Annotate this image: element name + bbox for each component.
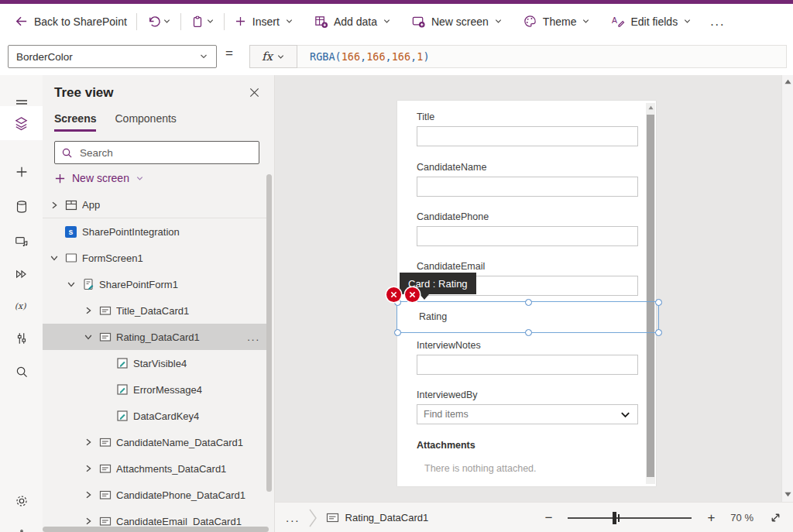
tree-item-SharePointIntegration[interactable]: sSharePointIntegration [43,218,269,245]
tree-item-DataCardKey4[interactable]: DataCardKey4 [43,403,269,429]
canvas-vertical-scrollbar[interactable] [781,75,793,502]
datacard-icon [98,515,112,528]
tree-item-Rating_DataCard1[interactable]: Rating_DataCard1... [43,324,269,350]
theme-button[interactable]: Theme [523,14,591,29]
chevron-down-icon[interactable] [83,331,94,342]
canvas-area[interactable]: TitleCandidateNameCandidatePhoneCandidat… [275,75,793,502]
error-badge-icon[interactable] [386,287,401,302]
field-label-CandidateName: CandidateName [417,162,486,173]
chevron-right-icon[interactable] [83,305,94,316]
tree-item-App[interactable]: App [43,192,269,218]
zoom-slider-track[interactable] [568,517,692,519]
chevron-right-icon[interactable] [83,463,94,474]
field-input-CandidateName[interactable] [417,177,638,197]
resize-handle-bottom-center[interactable] [525,329,532,336]
tree-item-Title_DataCard1[interactable]: Title_DataCard1 [43,297,269,324]
undo-button[interactable] [146,14,161,29]
combobox-placeholder: Find items [424,409,469,420]
svg-text:(x): (x) [14,301,26,311]
tree-item-FormScreen1[interactable]: FormScreen1 [43,245,269,271]
tab-screens[interactable]: Screens [54,112,96,132]
field-label-CandidateEmail: CandidateEmail [417,261,485,272]
resize-handle-top-right[interactable] [655,299,662,306]
close-icon[interactable] [249,87,260,98]
new-screen-button[interactable]: New screen [411,14,503,29]
formula-token: , [386,50,392,63]
form-scrollbar-thumb[interactable] [647,115,654,477]
zoom-slider-thumb[interactable] [613,512,616,524]
edit-fields-button[interactable]: A Edit fields [610,14,692,29]
field-label-InterviewedBy: InterviewedBy [417,390,478,400]
chevron-right-icon[interactable] [83,437,94,448]
paste-dropdown-chevron[interactable] [206,17,215,26]
paste-button[interactable] [191,15,204,29]
field-input-CandidatePhone[interactable] [417,226,638,246]
resize-handle-bottom-left[interactable] [394,329,401,336]
chevron-right-icon[interactable] [83,516,94,527]
chevron-placeholder [49,226,60,237]
rail-media-button[interactable] [0,225,43,259]
panel-title: Tree view [54,85,114,101]
rail-search-rail-button[interactable] [0,355,43,389]
rail-tree-view-button[interactable] [0,106,43,140]
add-data-button[interactable]: Add data [314,14,391,29]
chevron-down-icon[interactable] [49,252,60,263]
search-input[interactable] [78,146,252,160]
zoom-slider[interactable] [568,512,692,524]
insert-button[interactable]: Insert [234,15,294,28]
tree-item-label: Rating_DataCard1 [116,331,200,343]
resize-handle-bottom-right[interactable] [655,329,662,336]
field-input-InterviewNotes[interactable] [417,355,638,375]
tree-item-CandidateName_DataCard1[interactable]: CandidateName_DataCard1 [43,429,269,455]
insert-chevron-icon [285,17,294,26]
chevron-right-icon[interactable] [49,200,60,211]
zoom-out-button[interactable]: − [544,511,552,524]
tree-item-ErrorMessage4[interactable]: ErrorMessage4 [43,376,269,403]
toolbar-overflow-button[interactable]: ... [710,15,725,29]
chevron-down-icon[interactable] [66,279,77,290]
canvas-footer: ... Rating_DataCard1 − + 70 % [275,502,793,532]
undo-dropdown-chevron[interactable] [163,17,171,26]
fullscreen-icon[interactable] [769,511,782,524]
rail-variables-button[interactable]: (x) [0,289,43,323]
back-button[interactable]: Back to SharePoint [14,14,127,29]
datacard-icon [98,436,112,449]
rail-settings-button[interactable] [0,484,43,518]
tree-item-label: DataCardKey4 [133,410,199,422]
resize-handle-top-center[interactable] [525,299,532,306]
tree-vertical-scrollbar[interactable] [266,174,272,492]
tree-item-label: FormScreen1 [82,252,143,264]
fx-dropdown[interactable]: fx [249,45,297,68]
tree-item-Attachments_DataCard1[interactable]: Attachments_DataCard1 [43,455,269,482]
field-combobox-InterviewedBy[interactable]: Find items [417,404,638,424]
breadcrumb-item[interactable]: Rating_DataCard1 [326,511,429,524]
new-screen-icon [411,14,426,29]
scroll-down-icon[interactable] [784,492,791,497]
scroll-up-icon[interactable] [648,105,654,110]
property-dropdown[interactable]: BorderColor [8,45,217,68]
tree-item-overflow-button[interactable]: ... [247,331,260,343]
field-input-Title[interactable] [417,126,638,146]
formula-input[interactable]: RGBA(166, 166, 166, 1) [297,45,787,68]
breadcrumb-overflow-button[interactable]: ... [286,511,300,524]
selected-card-rating[interactable]: Rating [396,301,659,333]
rail-advanced-tools-button[interactable] [0,321,43,355]
rail-data-button[interactable] [0,190,43,224]
tree-item-label: CandidateEmail_DataCard1 [116,516,242,527]
error-badge-icon[interactable] [405,287,420,302]
scroll-up-icon[interactable] [784,79,791,84]
rail-virtual-agent-button[interactable] [0,517,43,532]
chevron-down-icon[interactable] [620,409,631,420]
new-screen-tree-button[interactable]: New screen [54,172,144,184]
zoom-in-button[interactable]: + [707,511,715,524]
rail-insert-button[interactable] [0,155,43,189]
tree-item-StarVisible4[interactable]: StarVisible4 [43,350,269,376]
tree-horizontal-scrollbar[interactable] [43,527,269,532]
tree-item-SharePointForm1[interactable]: SharePointForm1 [43,271,269,297]
tree-item-CandidatePhone_DataCard1[interactable]: CandidatePhone_DataCard1 [43,482,269,508]
chevron-right-icon[interactable] [83,489,94,500]
tab-components[interactable]: Components [115,112,176,132]
form-scrollbar[interactable] [646,103,655,484]
svg-text:A: A [612,16,617,25]
rail-power-automate-button[interactable] [0,257,43,291]
